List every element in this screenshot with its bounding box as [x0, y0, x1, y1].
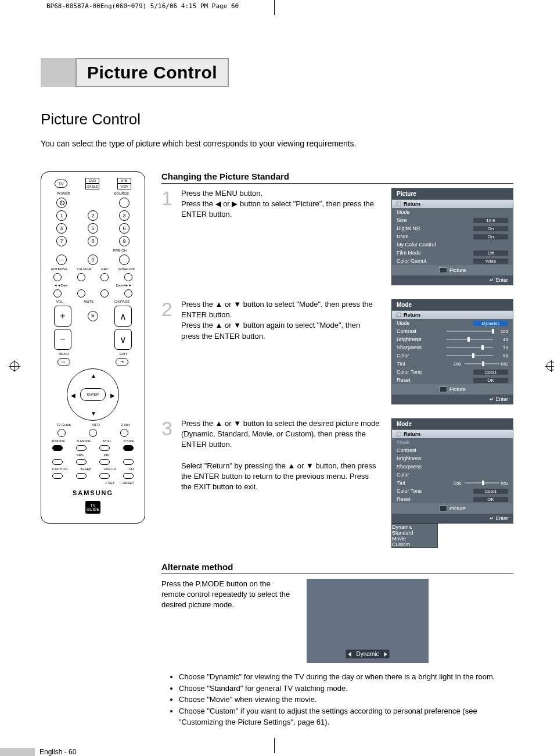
section-changing-standard: Changing the Picture Standard	[161, 171, 513, 184]
remote-rew-button	[53, 289, 62, 298]
osd2-row-sharpness: Sharpness75	[392, 343, 513, 352]
picture-icon	[439, 267, 447, 273]
remote-num-0: 0	[88, 255, 98, 265]
remote-exit-label: EXIT	[120, 352, 127, 356]
remote-control-diagram: TV DVDCABLE STBVCR POWERSOURCE ⏻ 123 456…	[41, 171, 145, 524]
osd1-row-size: Size16:9	[392, 216, 513, 224]
remote-smode-button	[76, 445, 87, 451]
intro-text: You can select the type of picture which…	[41, 139, 513, 148]
osd1-enter: Enter	[392, 275, 513, 285]
osd1-return: Return	[392, 200, 513, 208]
remote-num-8: 8	[88, 236, 98, 246]
step-2-text: Press the ▲ or ▼ button to select "Mode"…	[181, 299, 384, 404]
page-number: English - 60	[39, 748, 76, 756]
remote-source-button	[119, 198, 129, 208]
remote-set-label: ○ SET	[105, 481, 115, 485]
remote-dvd-chip: DVD	[85, 178, 99, 184]
bullet-dynamic: Choose "Dynamic" for viewing the TV duri…	[179, 671, 513, 683]
osd2-enter: Enter	[392, 395, 513, 404]
picture-icon	[439, 506, 447, 511]
remote-vcr-chip: VCR	[117, 184, 131, 189]
remote-stb-chip: STB	[117, 178, 131, 184]
remote-sleep-label: SLEEP	[80, 467, 91, 471]
banner-title: Picture Control	[75, 58, 229, 87]
remote-antenna-label: ANTENNA	[51, 267, 67, 271]
remote-blank1-button	[52, 459, 63, 465]
osd1-row-filmmode: Film ModeOff	[392, 249, 513, 257]
remote-vol-label: VOL	[56, 300, 63, 303]
osd3-mode-popup: Dynamic Standard Movie Custom	[391, 524, 438, 548]
remote-psize-button	[123, 445, 134, 451]
remote-reset-label: ○ RESET	[120, 481, 134, 485]
osd2-footer: Picture	[392, 384, 513, 395]
remote-menu-button: ▭	[57, 358, 70, 366]
osd2-row-contrast: Contrast100	[392, 327, 513, 335]
step-3-text-a: Press the ▲ or ▼ button to select the de…	[181, 418, 380, 450]
remote-enter-button: ENTER	[80, 388, 106, 401]
remote-ch-down: ∨	[114, 329, 132, 350]
osd-mode-menu: Mode Return ModeDynamic Contrast100 Brig…	[391, 299, 513, 404]
osd3-popup-custom: Custom	[392, 542, 437, 547]
remote-source-label: SOURCE	[114, 192, 129, 195]
osd2-row-brightness: Brightness45	[392, 335, 513, 343]
osd3-row-color: Color	[392, 471, 513, 479]
remote-tvguide-label: TV Guide	[56, 423, 71, 427]
osd-mode-popup-menu: Mode Return Mode Contrast Brightness Sha…	[391, 418, 513, 524]
remote-caption-button	[52, 473, 63, 479]
remote-blank2-button	[123, 459, 134, 465]
osd2-row-colortone: Color ToneCool1	[392, 368, 513, 376]
remote-ch-label: CH	[128, 467, 134, 471]
remote-prech-button	[119, 255, 129, 265]
remote-num-9: 9	[119, 236, 129, 246]
picture-icon	[439, 386, 447, 392]
osd3-footer: Picture	[392, 503, 513, 514]
osd1-row-digitalnr: Digital NROn	[392, 224, 513, 232]
osd2-return: Return	[392, 311, 513, 319]
remote-tvguide-logo: TV GUIDE	[85, 501, 100, 514]
osd2-row-color: Color55	[392, 352, 513, 360]
remote-vol-down: −	[54, 329, 71, 350]
remote-num-6: 6	[119, 223, 129, 234]
osd1-row-mycolor: My Color Control	[392, 241, 513, 249]
page-content: Picture Control Picture Control You can …	[0, 0, 554, 756]
step-3-text-b: Select "Return" by pressing the ▲ or ▼ b…	[181, 461, 380, 493]
remote-rec-label: REC	[101, 267, 109, 271]
mode-description-list: Choose "Dynamic" for viewing the TV duri…	[161, 671, 513, 728]
osd1-row-colorgamut: Color GamutWide	[392, 257, 513, 265]
page-footer: English - 60	[41, 748, 513, 756]
remote-info-label: INFO	[92, 423, 100, 427]
remote-dnet-button	[120, 429, 128, 437]
remote-prech-label: PRE-CH	[113, 249, 127, 252]
remote-wiselink-label: WISELINK	[118, 267, 135, 271]
remote-dayplus-label: Day+/►►	[116, 284, 132, 287]
step-3-text: Press the ▲ or ▼ button to select the de…	[181, 418, 384, 548]
alternate-method-text: Press the P.MODE button on the remote co…	[161, 579, 295, 611]
step-1-number: 1	[161, 188, 174, 285]
remote-antenna-button	[53, 273, 62, 281]
osd3-popup-standard: Standard	[392, 530, 437, 536]
banner-greybar	[41, 58, 75, 87]
remote-brand: SAMSUNG	[46, 489, 140, 496]
dpad-left-icon: ◀	[71, 392, 75, 399]
remote-num-2: 2	[88, 210, 98, 221]
remote-still-button	[99, 445, 110, 451]
remote-num-7: 7	[56, 236, 67, 246]
remote-pmode-label: P.MODE	[52, 439, 65, 443]
osd1-footer: Picture	[392, 265, 513, 275]
remote-num-4: 4	[56, 223, 67, 234]
remote-caption-label: CAPTION	[52, 467, 68, 471]
osd1-row-mode: Mode	[392, 208, 513, 216]
remote-chmgr-label: CH MGR	[77, 267, 91, 271]
remote-pip-button	[99, 459, 110, 465]
remote-power-label: POWER	[57, 192, 70, 195]
remote-cable-chip: CABLE	[85, 184, 99, 189]
remote-wiselink-button	[124, 273, 132, 281]
bullet-movie: Choose "Movie" when viewing the movie.	[179, 694, 513, 705]
remote-info-button	[89, 429, 97, 437]
osd3-title: Mode	[392, 419, 513, 429]
osd3-return: Return	[392, 430, 513, 438]
remote-srs-button	[76, 459, 87, 465]
dpad-right-icon: ▶	[110, 392, 115, 399]
remote-sleep-button	[76, 473, 87, 479]
remote-psize-label: P.SIZE	[124, 439, 134, 443]
